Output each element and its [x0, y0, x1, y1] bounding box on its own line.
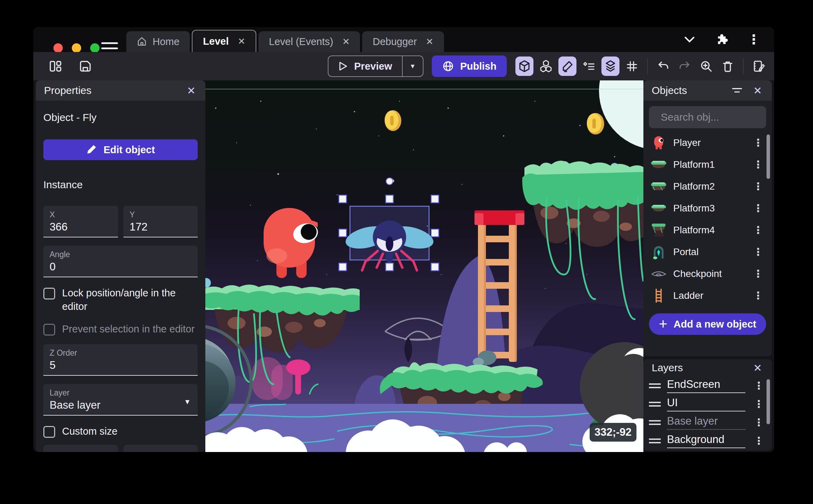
zoom-in-icon[interactable]	[697, 57, 715, 76]
filter-icon[interactable]	[731, 85, 743, 96]
objects-search-input[interactable]	[661, 111, 772, 123]
layer-kebab-icon[interactable]: ⋮	[752, 380, 766, 392]
object-kebab-icon[interactable]: ⋮	[751, 158, 765, 171]
tab-level-close-icon[interactable]: ✕	[238, 36, 246, 47]
layer-select[interactable]: Layer Base layer ▼	[43, 384, 198, 416]
clipped-field	[43, 445, 118, 452]
object-kebab-icon[interactable]: ⋮	[751, 180, 765, 192]
panels-layout-icon[interactable]	[46, 57, 65, 76]
tab-level-events-close-icon[interactable]: ✕	[342, 36, 350, 47]
object-item-ladder[interactable]: Ladder ⋮	[643, 285, 772, 306]
custom-size-checkbox[interactable]	[43, 426, 55, 438]
tab-debugger[interactable]: Debugger ✕	[362, 31, 444, 52]
tab-debugger-label: Debugger	[373, 36, 417, 47]
lock-position-checkbox[interactable]	[43, 288, 55, 299]
properties-close-icon[interactable]: ✕	[186, 85, 197, 97]
layer-kebab-icon[interactable]: ⋮	[752, 435, 766, 447]
minimize-window-button[interactable]	[72, 43, 81, 53]
custom-size-checkbox-row[interactable]: Custom size	[43, 425, 198, 438]
grid-icon[interactable]	[623, 57, 641, 76]
y-field[interactable]: Y	[123, 206, 198, 237]
z-order-field[interactable]: Z Order	[43, 344, 198, 376]
object-kebab-icon[interactable]: ⋮	[751, 137, 765, 149]
drag-handle-icon[interactable]	[649, 420, 661, 425]
tab-home[interactable]: Home	[126, 31, 190, 52]
play-icon	[338, 61, 348, 71]
platform1-object-icon	[650, 160, 668, 169]
object-item-platform4[interactable]: Platform4 ⋮	[643, 219, 772, 241]
object-item-checkpoint[interactable]: Checkpoint ⋮	[643, 263, 772, 285]
edit-object-button[interactable]: Edit object	[43, 139, 198, 160]
object-item-platform2[interactable]: Platform2 ⋮	[643, 175, 772, 197]
platform2-object-icon	[650, 182, 668, 191]
y-field-input[interactable]	[130, 221, 192, 233]
clipped-fields	[43, 445, 198, 452]
layer-row-base-layer[interactable]: Base layer ⋮	[643, 413, 772, 432]
layers-scrollbar[interactable]	[767, 379, 770, 424]
add-object-button[interactable]: + Add a new object	[649, 313, 766, 335]
coin	[385, 110, 401, 131]
drag-handle-icon[interactable]	[649, 438, 661, 443]
layer-row-ui[interactable]: UI ⋮	[643, 395, 772, 413]
scene-properties-icon[interactable]	[750, 57, 768, 76]
z-order-input[interactable]	[50, 359, 191, 372]
chevron-down-icon[interactable]	[683, 35, 696, 44]
objects-stack-icon[interactable]	[537, 57, 555, 76]
objects-search[interactable]	[649, 106, 766, 128]
prevent-selection-checkbox-row[interactable]: Prevent selection in the editor	[43, 322, 198, 336]
redo-icon[interactable]	[676, 57, 694, 76]
platform4-object-icon	[650, 223, 668, 237]
objects-scrollbar[interactable]	[767, 134, 770, 179]
layer-row-background[interactable]: Background ⋮	[643, 432, 772, 450]
undo-icon[interactable]	[654, 57, 672, 76]
platform3-object-icon	[650, 204, 668, 212]
tab-level-events-label: Level (Events)	[269, 36, 333, 47]
objects-close-icon[interactable]: ✕	[752, 85, 763, 97]
tab-debugger-close-icon[interactable]: ✕	[426, 36, 434, 47]
object-kebab-icon[interactable]: ⋮	[751, 289, 765, 302]
drag-handle-icon[interactable]	[649, 383, 661, 388]
scene-canvas[interactable]: 332;-92	[205, 80, 643, 452]
layer-select-caret-icon: ▼	[184, 398, 191, 406]
toolbar-left	[46, 52, 94, 80]
zoom-window-button[interactable]	[90, 43, 100, 53]
instructions-list-icon[interactable]	[580, 57, 598, 76]
more-options-kebab-icon[interactable]: ⋮	[747, 33, 760, 46]
object-kebab-icon[interactable]: ⋮	[751, 202, 765, 214]
object-kebab-icon[interactable]: ⋮	[751, 246, 765, 258]
object-item-platform3[interactable]: Platform3 ⋮	[643, 197, 772, 219]
object-item-portal[interactable]: Portal ⋮	[643, 241, 772, 263]
preview-dropdown-caret-icon[interactable]: ▼	[403, 63, 423, 70]
layer-row-endscreen[interactable]: EndScreen ⋮	[643, 376, 772, 395]
lock-position-checkbox-row[interactable]: Lock position/angle in the editor	[43, 286, 198, 313]
window-controls	[53, 43, 100, 53]
object-item-player[interactable]: Player ⋮	[643, 132, 772, 154]
3d-box-tool-icon[interactable]	[515, 57, 533, 76]
object-kebab-icon[interactable]: ⋮	[751, 268, 765, 280]
preview-button[interactable]: Preview ▼	[328, 55, 423, 77]
layers-tool-icon[interactable]	[601, 57, 619, 76]
angle-field-input[interactable]	[50, 261, 191, 273]
publish-button[interactable]: Publish	[432, 55, 507, 77]
layer-kebab-icon[interactable]: ⋮	[752, 416, 766, 428]
player-object-icon	[650, 136, 668, 150]
x-field[interactable]: X	[43, 206, 118, 237]
save-icon[interactable]	[76, 57, 94, 76]
delete-trash-icon[interactable]	[719, 57, 737, 76]
tab-level-events[interactable]: Level (Events) ✕	[258, 31, 360, 52]
layers-close-icon[interactable]: ✕	[752, 362, 763, 374]
close-window-button[interactable]	[53, 43, 63, 53]
layer-kebab-icon[interactable]: ⋮	[752, 398, 766, 410]
object-item-label: Portal	[673, 246, 745, 258]
extensions-puzzle-icon[interactable]	[715, 33, 728, 46]
prevent-selection-label: Prevent selection in the editor	[62, 322, 195, 336]
globe-icon	[442, 60, 454, 72]
tab-level[interactable]: Level ✕	[192, 30, 256, 52]
prevent-selection-checkbox[interactable]	[43, 324, 55, 336]
edit-pencil-tool-icon[interactable]	[558, 57, 576, 76]
x-field-input[interactable]	[50, 221, 112, 233]
drag-handle-icon[interactable]	[649, 402, 661, 407]
object-kebab-icon[interactable]: ⋮	[751, 224, 765, 236]
angle-field[interactable]: Angle	[43, 246, 198, 277]
object-item-platform1[interactable]: Platform1 ⋮	[643, 154, 772, 175]
